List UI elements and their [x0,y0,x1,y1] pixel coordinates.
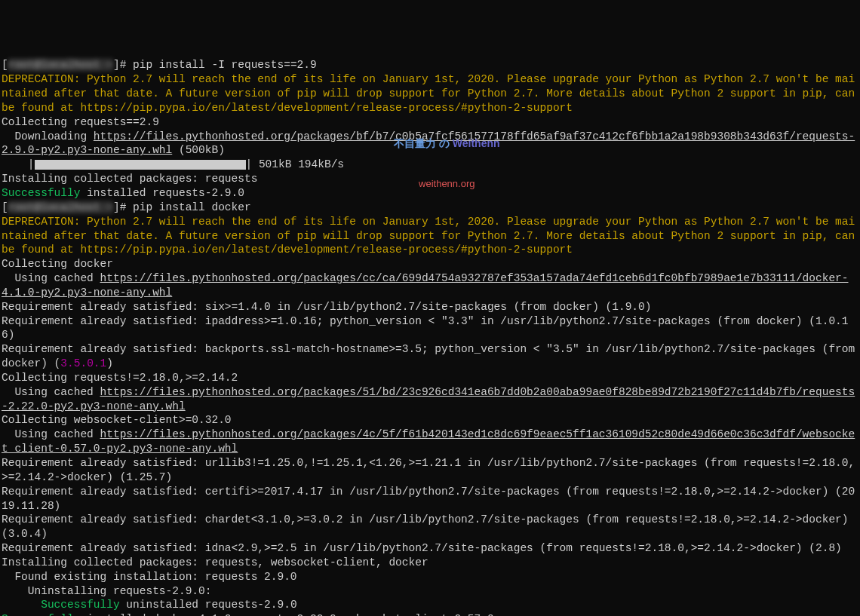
cached-websocket-line: Using cached https://files.pythonhosted.… [2,428,855,455]
installing-requests: Installing collected packages: requests [2,173,257,185]
websocket-url[interactable]: https://files.pythonhosted.org/packages/… [2,428,855,455]
collecting-docker: Collecting docker [2,258,113,270]
successfully-label-1: Successfully [2,187,80,199]
requests-2220-url[interactable]: https://files.pythonhosted.org/packages/… [2,386,855,412]
uninstalled-line: Successfully uninstalled requests-2.9.0 [2,599,297,611]
obscured-host-1: root@localhost ~ [8,59,113,71]
success-requests-line: Successfully installed requests-2.9.0 [2,187,244,199]
req-certifi: Requirement already satisfied: certifi>=… [2,486,855,512]
req-six: Requirement already satisfied: six>=1.4.… [2,301,651,313]
progress-line: || 501kB 194kB/s [2,158,344,170]
collecting-requests: Collecting requests==2.9 [2,116,159,128]
success-docker-line: Successfully installed docker-4.1.0 requ… [2,613,494,616]
cached-docker-line: Using cached https://files.pythonhosted.… [2,272,849,299]
req-urllib3: Requirement already satisfied: urllib3!=… [2,457,855,483]
uninstalling: Uninstalling requests-2.9.0: [2,585,211,597]
prompt-line-2: [root@localhost ~]# pip install docker [2,201,251,213]
backports-version: 3.5.0.1 [60,357,106,369]
collecting-websocket: Collecting websocket-client>=0.32.0 [2,414,232,426]
command-2: pip install docker [133,201,251,213]
command-1: pip install -I requests==2.9 [133,59,317,71]
progress-bar-icon [35,160,246,170]
installing-docker: Installing collected packages: requests,… [2,556,428,568]
terminal-output: [root@localhost ~]# pip install -I reque… [2,58,858,616]
downloading-line: Downloading https://files.pythonhosted.o… [2,130,855,157]
collecting-requests-2: Collecting requests!=2.18.0,>=2.14.2 [2,372,238,384]
successfully-label-3: Successfully [2,613,80,616]
req-ipaddress: Requirement already satisfied: ipaddress… [2,315,848,342]
req-idna: Requirement already satisfied: idna<2.9,… [2,542,842,554]
deprecation-warning-1: DEPRECATION: Python 2.7 will reach the e… [2,73,860,114]
deprecation-warning-2: DEPRECATION: Python 2.7 will reach the e… [2,216,860,256]
docker-url[interactable]: https://files.pythonhosted.org/packages/… [2,272,849,299]
req-backports: Requirement already satisfied: backports… [2,343,860,369]
requests-29-url[interactable]: https://files.pythonhosted.org/packages/… [2,130,855,157]
req-chardet: Requirement already satisfied: chardet<3… [2,513,855,540]
prompt-line-1: [root@localhost ~]# pip install -I reque… [2,59,317,71]
successfully-label-2: Successfully [41,599,119,611]
found-existing: Found existing installation: requests 2.… [2,571,297,583]
cached-requests-line: Using cached https://files.pythonhosted.… [2,386,855,412]
obscured-host-2: root@localhost ~ [8,201,113,213]
